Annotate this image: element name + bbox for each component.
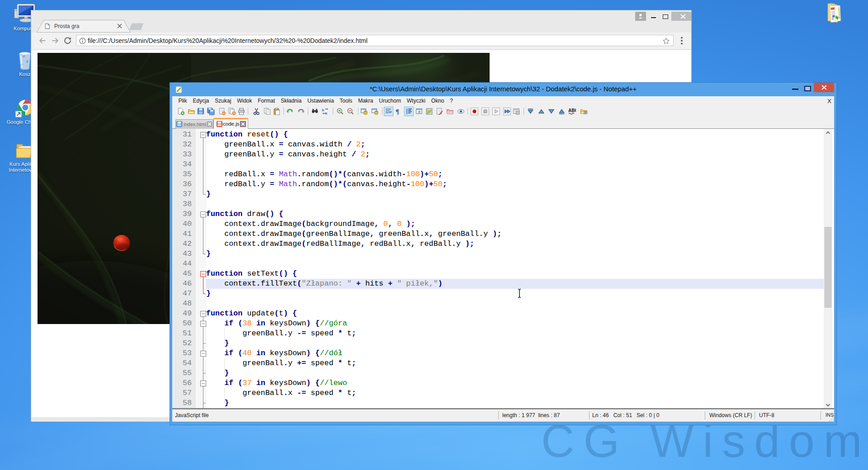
svg-text:ABC: ABC bbox=[568, 108, 576, 113]
svg-text:¶: ¶ bbox=[396, 108, 399, 115]
svg-text:b: b bbox=[322, 108, 324, 112]
